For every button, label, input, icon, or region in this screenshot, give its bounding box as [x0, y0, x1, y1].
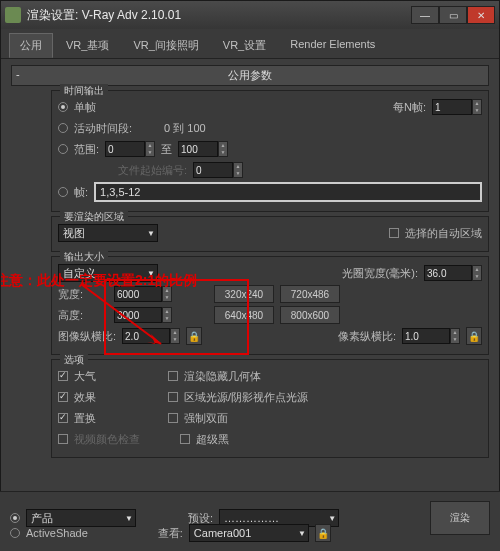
app-icon	[5, 7, 21, 23]
radio-active-range[interactable]	[58, 123, 68, 133]
spinner-file-start: ▲▼	[193, 162, 243, 178]
label-file-start: 文件起始编号:	[118, 163, 187, 178]
dropdown-area[interactable]: 视图▼	[58, 224, 158, 242]
minimize-button[interactable]: —	[411, 6, 439, 24]
check-auto-region[interactable]	[389, 228, 399, 238]
render-button[interactable]: 渲染	[430, 501, 490, 535]
label-to: 至	[161, 142, 172, 157]
tab-vr-gi[interactable]: VR_间接照明	[122, 33, 209, 58]
label-px-aspect: 像素纵横比:	[338, 329, 396, 344]
dropdown-production[interactable]: 产品▼	[26, 509, 136, 527]
group-title-area: 要渲染的区域	[60, 210, 128, 224]
spinner-px-aspect[interactable]: ▲▼	[402, 328, 460, 344]
tab-vr-settings[interactable]: VR_设置	[212, 33, 277, 58]
preset-320x240[interactable]: 320x240	[214, 285, 274, 303]
panel-title: 公用参数	[228, 69, 272, 81]
input-frames[interactable]: 1,3,5-12	[94, 182, 482, 202]
spinner-every-n[interactable]: ▲▼	[432, 99, 482, 115]
radio-range[interactable]	[58, 144, 68, 154]
label-single-frame: 单帧	[74, 100, 96, 115]
group-render-area: 要渲染的区域 视图▼ 选择的自动区域	[51, 216, 489, 252]
check-area-light[interactable]	[168, 392, 178, 402]
dropdown-size-mode[interactable]: 自定义▼	[58, 264, 158, 282]
check-superblack[interactable]	[180, 434, 190, 444]
preset-800x600[interactable]: 800x600	[280, 306, 340, 324]
preset-640x480[interactable]: 640x480	[214, 306, 274, 324]
check-force2[interactable]	[168, 413, 178, 423]
radio-production[interactable]	[10, 513, 20, 523]
check-hidden[interactable]	[168, 371, 178, 381]
preset-720x486[interactable]: 720x486	[280, 285, 340, 303]
label-height: 高度:	[58, 308, 108, 323]
spinner-img-aspect[interactable]: ▲▼	[122, 328, 180, 344]
label-aperture: 光圈宽度(毫米):	[342, 266, 418, 281]
tab-vr-base[interactable]: VR_基项	[55, 33, 120, 58]
dropdown-view[interactable]: Camera001▼	[189, 524, 309, 542]
label-activeshade: ActiveShade	[26, 527, 88, 539]
panel-collapse-icon: -	[16, 68, 20, 80]
titlebar: 渲染设置: V-Ray Adv 2.10.01 — ▭ ✕	[1, 1, 499, 29]
spinner-range-from[interactable]: ▲▼	[105, 141, 155, 157]
lock-view[interactable]: 🔒	[315, 524, 331, 542]
label-range: 范围:	[74, 142, 99, 157]
check-disp[interactable]	[58, 413, 68, 423]
bottom-bar: 产品▼ 预设: ……………▼ 渲染 ActiveShade 查看: Camera…	[0, 491, 500, 551]
group-title-options: 选项	[60, 353, 88, 367]
label-auto-region: 选择的自动区域	[405, 226, 482, 241]
close-button[interactable]: ✕	[467, 6, 495, 24]
check-vcolor[interactable]	[58, 434, 68, 444]
tab-common[interactable]: 公用	[9, 33, 53, 58]
panel-header[interactable]: - 公用参数	[11, 65, 489, 86]
spinner-aperture[interactable]: ▲▼	[424, 265, 482, 281]
group-title-time: 时间输出	[60, 84, 108, 98]
label-view: 查看:	[158, 526, 183, 541]
lock-img-aspect[interactable]: 🔒	[186, 327, 202, 345]
label-active-range: 活动时间段:	[74, 121, 132, 136]
label-every-n: 每N帧:	[393, 100, 426, 115]
label-width: 宽度:	[58, 287, 108, 302]
label-active-range-value: 0 到 100	[164, 121, 206, 136]
radio-activeshade[interactable]	[10, 528, 20, 538]
tab-render-elements[interactable]: Render Elements	[279, 33, 386, 58]
group-output-size: 输出大小 自定义▼ 光圈宽度(毫米): ▲▼ 宽度: ▲▼ 320x240 72…	[51, 256, 489, 355]
check-atmos[interactable]	[58, 371, 68, 381]
lock-px-aspect[interactable]: 🔒	[466, 327, 482, 345]
window-title: 渲染设置: V-Ray Adv 2.10.01	[27, 7, 411, 24]
label-frames: 帧:	[74, 185, 88, 200]
group-options: 选项 大气 渲染隐藏几何体 效果 区域光源/阴影视作点光源 置换 强制双面 视频…	[51, 359, 489, 458]
check-effects[interactable]	[58, 392, 68, 402]
group-title-size: 输出大小	[60, 250, 108, 264]
radio-single-frame[interactable]	[58, 102, 68, 112]
tab-bar: 公用 VR_基项 VR_间接照明 VR_设置 Render Elements	[1, 29, 499, 59]
radio-frames[interactable]	[58, 187, 68, 197]
spinner-width[interactable]: ▲▼	[114, 286, 172, 302]
label-img-aspect: 图像纵横比:	[58, 329, 116, 344]
maximize-button[interactable]: ▭	[439, 6, 467, 24]
group-time-output: 时间输出 单帧 每N帧: ▲▼ 活动时间段: 0 到 100 范围: ▲▼ 至 …	[51, 90, 489, 212]
spinner-height[interactable]: ▲▼	[114, 307, 172, 323]
spinner-range-to[interactable]: ▲▼	[178, 141, 228, 157]
